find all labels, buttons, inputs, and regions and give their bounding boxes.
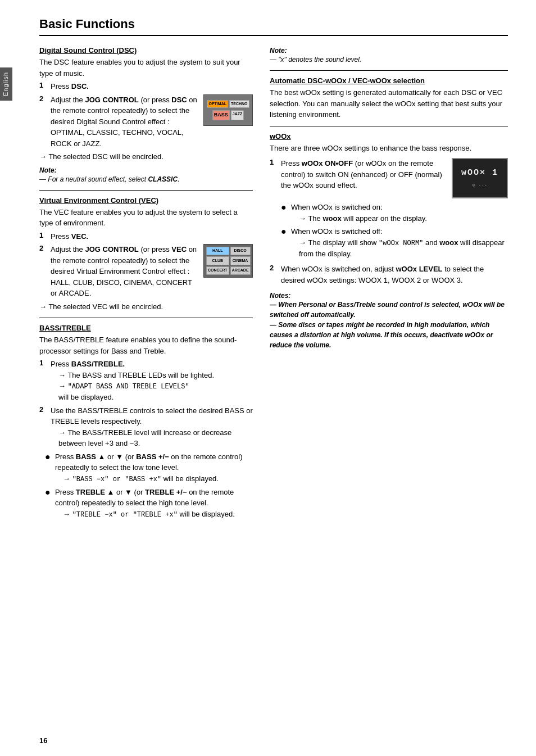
bullet-icon-woox-on: ● bbox=[281, 202, 288, 212]
auto-dsc-text: The best wOOx setting is generated autom… bbox=[270, 87, 508, 120]
woox-step-num-2: 2 bbox=[270, 264, 278, 272]
woox-step-1-text: Press wOOx ON•OFF (or wOOx on the remote… bbox=[281, 158, 447, 191]
treble-display-arrow: → "TREBLE −x" or "TREBLE +x" will be dis… bbox=[55, 509, 253, 520]
right-note: Note: — "x" denotes the sound level. bbox=[270, 46, 508, 65]
woox-section: wOOx There are three wOOx settings to en… bbox=[270, 132, 508, 351]
woox-on-bullet: ● When wOOx is switched on: → The woox w… bbox=[281, 202, 508, 224]
auto-dsc-header: Automatic DSC-wOOx / VEC-wOOx selection bbox=[270, 76, 508, 85]
woox-off-content: When wOOx is switched off: → The display… bbox=[291, 226, 508, 259]
vec-step-1: 1 Press VEC. bbox=[39, 231, 253, 242]
woox-image: wOO× 1 ⊙ ··· bbox=[452, 158, 508, 198]
dsc-step-1: 1 Press DSC. bbox=[39, 81, 253, 92]
dsc-arrow: → The selected DSC will be encircled. bbox=[39, 151, 253, 162]
bass-display-arrow: → "BASS −x" or "BASS +x" will be display… bbox=[55, 473, 253, 485]
vec-step-num-1: 1 bbox=[39, 231, 47, 239]
bass-treble-arrow-1: → The BASS and TREBLE LEDs will be light… bbox=[51, 370, 253, 381]
separator-1 bbox=[39, 190, 253, 191]
woox-step-1-content: Press wOOx ON•OFF (or wOOx on the remote… bbox=[281, 158, 508, 261]
vec-section: Virtual Environment Control (VEC) The VE… bbox=[39, 196, 253, 313]
woox-step-2-content: When wOOx is switched on, adjust wOOx LE… bbox=[281, 264, 508, 286]
vec-cinema: CINEMA bbox=[230, 256, 251, 265]
bass-treble-arrow-2: → "ADAPT BASS AND TREBLE LEVELS" bbox=[51, 381, 253, 392]
separator-2 bbox=[39, 318, 253, 318]
bullet-icon-treble: ● bbox=[45, 487, 52, 497]
page-number: 16 bbox=[39, 736, 47, 745]
dsc-step-2-text: Adjust the JOG CONTROL (or press DSC on … bbox=[51, 94, 199, 150]
woox-on-content: When wOOx is switched on: → The woox wil… bbox=[291, 202, 508, 224]
dsc-note: Note: — For a neutral sound effect, sele… bbox=[39, 166, 253, 184]
woox-step-num-1: 1 bbox=[270, 158, 278, 166]
vec-step-num-2: 2 bbox=[39, 244, 47, 252]
bullet-icon-woox-off: ● bbox=[281, 226, 288, 237]
woox-on-arrow: → The woox will appear on the display. bbox=[291, 213, 508, 224]
bass-treble-step-num-2: 2 bbox=[39, 405, 47, 414]
vec-image: HALL DISCO CLUB CINEMA CONCERT ARCADE bbox=[203, 244, 253, 278]
bass-treble-arrow-2b: will be displayed. bbox=[51, 392, 253, 403]
vec-arcade: ARCADE bbox=[230, 266, 251, 275]
woox-off-bullet: ● When wOOx is switched off: → The displ… bbox=[281, 226, 508, 259]
woox-header: wOOx bbox=[270, 132, 508, 141]
vec-header: Virtual Environment Control (VEC) bbox=[39, 196, 253, 205]
bullet-icon-bass: ● bbox=[45, 451, 52, 462]
left-column: Digital Sound Control (DSC) The DSC feat… bbox=[39, 46, 253, 522]
page-title: Basic Functions bbox=[39, 17, 508, 36]
vec-step-1-content: Press VEC. bbox=[51, 231, 253, 242]
vec-arrow: → The selected VEC will be encircled. bbox=[39, 301, 253, 313]
bass-treble-step-2: 2 Use the BASS/TREBLE controls to select… bbox=[39, 405, 253, 449]
dsc-section: Digital Sound Control (DSC) The DSC feat… bbox=[39, 46, 253, 184]
woox-screen-display: wOO× 1 bbox=[461, 167, 498, 180]
vec-disco: DISCO bbox=[230, 247, 251, 255]
dsc-step-2-content: Adjust the JOG CONTROL (or press DSC on … bbox=[51, 94, 253, 150]
dsc-image: OPTIMAL TECHNO BASS JAZZ bbox=[203, 94, 253, 126]
right-separator-1 bbox=[270, 70, 508, 71]
step-num-1: 1 bbox=[39, 81, 47, 89]
bass-treble-step-1-content: Press BASS/TREBLE. → The BASS and TREBLE… bbox=[51, 359, 253, 403]
right-separator-2 bbox=[270, 126, 508, 126]
vec-step-2-text: Adjust the JOG CONTROL (or press VEC on … bbox=[51, 244, 199, 299]
bass-treble-section: BASS/TREBLE The BASS/TREBLE feature enab… bbox=[39, 324, 253, 520]
dsc-label-bass: BASS bbox=[212, 110, 230, 120]
auto-dsc-section: Automatic DSC-wOOx / VEC-wOOx selection … bbox=[270, 76, 508, 120]
right-column: Note: — "x" denotes the sound level. Aut… bbox=[270, 46, 508, 522]
bass-treble-level-arrow: → The BASS/TREBLE level will increase or… bbox=[51, 427, 253, 449]
vec-step-2: 2 Adjust the JOG CONTROL (or press VEC o… bbox=[39, 244, 253, 299]
dsc-label-jazz: JAZZ bbox=[231, 110, 244, 120]
dsc-intro: The DSC feature enables you to adjust th… bbox=[39, 57, 253, 79]
woox-step-2: 2 When wOOx is switched on, adjust wOOx … bbox=[270, 264, 508, 286]
bass-bullet-content: Press BASS ▲ or ▼ (or BASS +/− on the re… bbox=[55, 451, 253, 485]
bass-bullet: ● Press BASS ▲ or ▼ (or BASS +/− on the … bbox=[39, 451, 253, 485]
treble-bullet: ● Press TREBLE ▲ or ▼ (or TREBLE +/− on … bbox=[39, 487, 253, 520]
step-num-2: 2 bbox=[39, 94, 47, 103]
side-tab: English bbox=[0, 67, 12, 101]
vec-club: CLUB bbox=[206, 256, 229, 265]
woox-notes: Notes: — When Personal or Bass/Treble so… bbox=[270, 291, 508, 350]
woox-off-arrow: → The display will show "wOOx NORM" and … bbox=[291, 237, 508, 260]
page-container: English Basic Functions Digital Sound Co… bbox=[0, 0, 536, 756]
vec-intro: The VEC feature enables you to adjust th… bbox=[39, 207, 253, 229]
treble-bullet-content: Press TREBLE ▲ or ▼ (or TREBLE +/− on th… bbox=[55, 487, 253, 520]
dsc-step-2: 2 Adjust the JOG CONTROL (or press DSC o… bbox=[39, 94, 253, 150]
bass-treble-header: BASS/TREBLE bbox=[39, 324, 253, 332]
woox-subtext: ⊙ ··· bbox=[472, 182, 487, 190]
bass-treble-intro: The BASS/TREBLE feature enables you to d… bbox=[39, 334, 253, 356]
dsc-label-techno: TECHNO bbox=[229, 100, 249, 108]
woox-step-1: 1 Press wOOx ON•OFF (or wOOx on the remo… bbox=[270, 158, 508, 261]
dsc-header: Digital Sound Control (DSC) bbox=[39, 46, 253, 55]
dsc-step-1-content: Press DSC. bbox=[51, 81, 253, 92]
bass-treble-step-num-1: 1 bbox=[39, 359, 47, 367]
vec-concert: CONCERT bbox=[206, 266, 229, 275]
two-col-layout: Digital Sound Control (DSC) The DSC feat… bbox=[39, 46, 508, 522]
woox-intro: There are three wOOx settings to enhance… bbox=[270, 143, 508, 154]
vec-step-2-content: Adjust the JOG CONTROL (or press VEC on … bbox=[51, 244, 253, 299]
vec-hall: HALL bbox=[206, 247, 229, 255]
bass-treble-step-1: 1 Press BASS/TREBLE. → The BASS and TREB… bbox=[39, 359, 253, 403]
bass-treble-step-2-content: Use the BASS/TREBLE controls to select t… bbox=[51, 405, 253, 449]
dsc-label-optimal: OPTIMAL bbox=[207, 100, 228, 108]
